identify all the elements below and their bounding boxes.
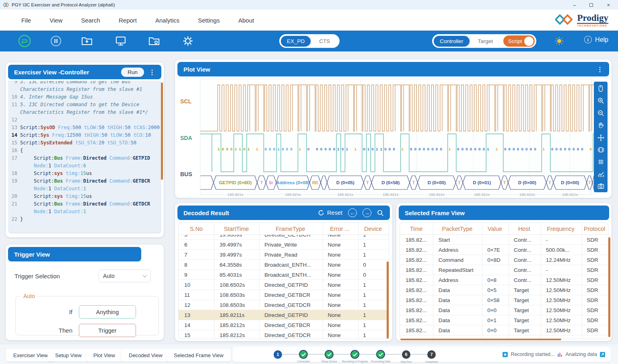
table-row[interactable]: 185.82...Data0×1Target12.50MHzSDR (400, 315, 608, 325)
table-row[interactable]: 185.82...Data0×0Target12.50MHzSDR (400, 325, 608, 335)
pause-icon[interactable] (49, 35, 62, 47)
then-row: Then Trigger (59, 324, 136, 337)
column-header[interactable]: FrameType (259, 226, 322, 232)
column-header[interactable]: Value (482, 226, 508, 232)
column-header[interactable]: StartTime (214, 226, 259, 232)
search-icon[interactable] (377, 210, 384, 216)
next-arrow-button[interactable]: → (363, 208, 371, 217)
script-toggle[interactable]: Script (503, 35, 535, 47)
tab-plot-view[interactable]: Plot View (86, 349, 123, 362)
ex-pd-button[interactable]: EX_PD (281, 36, 311, 47)
kebab-menu-icon[interactable]: ⋮ (149, 68, 155, 76)
menu-analytics[interactable]: Analytics (146, 17, 189, 24)
svg-text:0: 0 (286, 147, 288, 151)
prev-arrow-button[interactable]: ← (348, 208, 357, 217)
analytics-chart-icon[interactable] (597, 171, 604, 178)
table-row[interactable]: 10108.6502sDirected_GETPIDNone1 (179, 280, 389, 290)
tab-selected-frame-view[interactable]: Selected Frame View (166, 349, 231, 362)
menu-about[interactable]: About (229, 17, 263, 24)
minimize-icon[interactable]: – (573, 2, 576, 8)
menu-settings[interactable]: Settings (189, 17, 229, 24)
svg-text:0: 0 (555, 147, 557, 151)
move-icon[interactable] (597, 134, 604, 141)
table-row[interactable]: 864.3558sBroadcast_ENTH...None0 (179, 260, 389, 270)
table-row[interactable]: 185.82...Data0×0Target12.50MHzSDR (400, 305, 608, 315)
table-cell: RepeatedStart (433, 267, 482, 273)
line-number: 15 (10, 139, 20, 147)
code-text: Script:Bus Frame:Directed Command:GETDCR (20, 200, 150, 208)
run-sequence-icon[interactable] (18, 35, 31, 47)
column-header[interactable]: S.No (179, 226, 214, 232)
svg-text:0: 0 (504, 147, 506, 151)
svg-text:0: 0 (423, 147, 425, 151)
column-header[interactable]: Host (508, 226, 540, 232)
tab-decoded-view[interactable]: Decoded View (121, 349, 170, 362)
then-action-button[interactable]: Trigger (79, 324, 136, 337)
reset-button[interactable]: Reset (318, 210, 342, 216)
fit-view-icon[interactable] (597, 146, 604, 153)
column-header[interactable]: Device (357, 226, 389, 232)
column-header[interactable]: Error ... (322, 226, 358, 232)
table-cell: 0 (357, 262, 389, 268)
menu-search[interactable]: Search (72, 17, 109, 24)
svg-text:1: 1 (256, 147, 258, 151)
cts-button[interactable]: CTS (311, 38, 338, 44)
column-header[interactable]: Frequency (540, 226, 581, 232)
svg-text:0: 0 (564, 147, 566, 151)
run-button[interactable]: Run (121, 68, 144, 77)
if-condition-button[interactable]: Anything (79, 305, 136, 319)
theme-sun-icon[interactable] (553, 35, 566, 47)
zoom-out-icon[interactable] (597, 110, 604, 117)
table-row[interactable]: 185.82...Data0×5Target12.50MHzSDR (400, 285, 608, 295)
controller-button[interactable]: Controller (434, 36, 470, 47)
table-row[interactable]: 185.82Data0×0Target12.50MHzSDR (400, 335, 608, 339)
close-icon[interactable]: × (607, 2, 610, 8)
folder-location-icon[interactable] (148, 35, 161, 47)
line-number (10, 162, 20, 170)
table-row[interactable]: 185.82...Address0×8Contr...12.50MHzSDR (400, 275, 608, 285)
table-row[interactable]: 985.4031sBroadcast_ENTH...None0 (179, 270, 389, 280)
code-line: 14Script:Sys Freq:12500 tHIGH:50 tLOW:50… (10, 132, 161, 139)
selected-frame-scrollbar[interactable] (608, 237, 610, 337)
zoom-in-icon[interactable] (597, 97, 604, 104)
table-row[interactable]: 519.9609sDirected_GETDCRNone1 (179, 235, 389, 240)
column-header[interactable]: Protocol (581, 226, 608, 232)
table-row[interactable]: 185.82...StartContr...-SDR (400, 235, 608, 245)
maximize-icon[interactable] (589, 3, 593, 7)
menu-view[interactable]: View (40, 17, 72, 24)
table-row[interactable]: 639.4997sPrivate_WriteNone1 (179, 240, 389, 250)
menu-file[interactable]: File (12, 17, 40, 24)
decoded-scrollbar[interactable] (387, 261, 389, 339)
script-editor[interactable]: 93. I3C Directed Command to get the BusC… (8, 81, 161, 233)
table-row[interactable]: 739.4997sPrivate_ReadNone1 (179, 250, 389, 260)
table-row[interactable]: 185.82...Address0×7EContr...500.00k...SD… (400, 245, 608, 255)
table-row[interactable]: 15185.8212sDirected_GETDCRNone1 (179, 330, 389, 339)
selected-frame-hscrollbar[interactable] (400, 339, 561, 340)
table-row[interactable]: 12108.6503sDirected_GETDCRNone1 (179, 300, 389, 310)
tab-setup-view[interactable]: Setup View (47, 349, 89, 362)
folder-export-icon[interactable] (80, 35, 93, 47)
table-row[interactable]: 11108.6503sDirected_GETBCRNone1 (179, 290, 389, 300)
kebab-menu-icon[interactable]: ⋮ (597, 66, 603, 73)
table-row[interactable]: 14185.8212sDirected_GETBCRNone1 (179, 320, 389, 330)
column-header[interactable]: Time (400, 226, 433, 232)
table-row[interactable]: 13185.8211sDirected_GETPIDNone1 (179, 310, 389, 320)
screenshot-camera-icon[interactable] (597, 183, 604, 189)
settings-gear-icon[interactable] (181, 35, 194, 47)
table-row[interactable]: 185.82...Data0×58Target12.50MHzSDR (400, 295, 608, 305)
trigger-selection-dropdown[interactable]: Auto (99, 269, 151, 282)
menu-report[interactable]: Report (109, 17, 146, 24)
waveform-plot[interactable]: 1000110110001000100000010110101100010000… (200, 79, 591, 195)
table-row[interactable]: 185.82...RepeatedStartContr...-SDR (400, 265, 608, 275)
mouse-pointer-icon[interactable] (597, 85, 604, 92)
editor-scrollbar[interactable] (161, 82, 163, 180)
target-button[interactable]: Target (470, 38, 501, 44)
table-row[interactable]: 185.82...Command0×8DContr...12.24MHzSDR (400, 255, 608, 265)
expand-status-icon[interactable] (600, 352, 605, 357)
grid-icon[interactable] (597, 158, 604, 165)
monitor-icon[interactable] (114, 35, 127, 47)
pan-hand-icon[interactable] (597, 122, 604, 129)
code-line: 13Script:SysOD Freq:500 tLOW:50 tHIGH:50… (10, 124, 161, 132)
help-button[interactable]: i Help (584, 36, 608, 43)
column-header[interactable]: PacketType (433, 226, 482, 232)
